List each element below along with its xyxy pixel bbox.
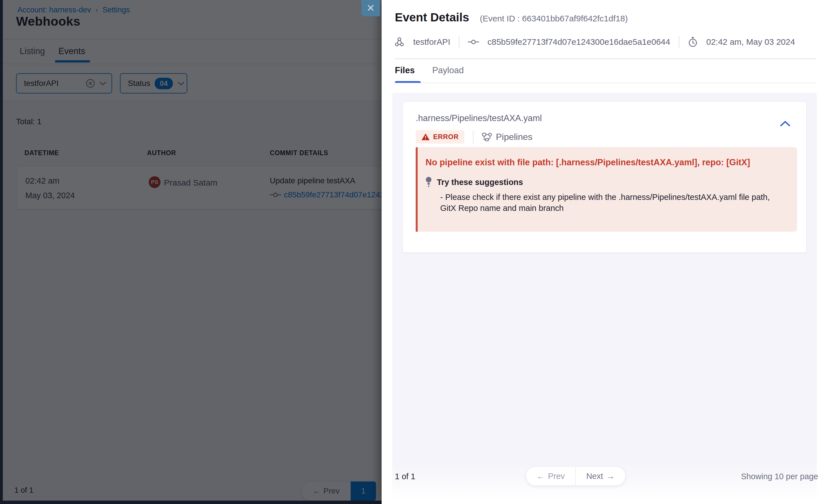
collapse-card-button[interactable] <box>779 119 792 128</box>
event-timestamp: 02:42 am, May 03 2024 <box>706 37 795 47</box>
warning-triangle-icon <box>421 133 430 141</box>
drawer-pagination: ← Prev Next → <box>526 467 625 486</box>
meta-separator <box>679 36 679 48</box>
drawer-tabs-border <box>395 83 816 83</box>
badge-separator <box>473 130 473 143</box>
drawer-page-count: 1 of 1 <box>395 472 415 481</box>
webhook-icon <box>394 37 405 47</box>
drawer-prev-label: Prev <box>548 472 565 481</box>
tab-files[interactable]: Files <box>395 65 415 76</box>
clock-icon <box>688 37 698 47</box>
files-tab-panel: .harness/Pipelines/testAXA.yaml ERROR <box>392 93 817 504</box>
event-commit-hash: c85b59fe27713f74d07e124300e16dae5a1e0644 <box>488 37 670 47</box>
event-details-drawer: Event Details (Event ID : 663401bb67af9f… <box>382 0 828 504</box>
error-status-badge: ERROR <box>416 130 464 143</box>
webhook-name: testforAPI <box>413 37 450 47</box>
arrow-left-icon: ← <box>537 472 545 481</box>
file-path-label: .harness/Pipelines/testAXA.yaml <box>416 113 542 123</box>
arrow-right-icon: → <box>606 472 615 481</box>
entity-type-label: Pipelines <box>496 132 533 142</box>
drawer-header: Event Details (Event ID : 663401bb67af9f… <box>395 11 628 24</box>
drawer-tabs: Files Payload <box>395 65 464 76</box>
error-status-label: ERROR <box>433 133 459 141</box>
suggestion-text: - Please check if there exist any pipeli… <box>440 192 775 214</box>
event-meta-row: testforAPI c85b59fe27713f74d07e124300e16… <box>394 36 795 48</box>
modal-dim-overlay[interactable] <box>0 0 382 504</box>
webhooks-events-screen: Account: harness-dev › Settings Webhooks… <box>0 0 828 504</box>
error-message-title: No pipeline exist with file path: [.harn… <box>425 157 780 168</box>
drawer-prev-button[interactable]: ← Prev <box>526 467 576 486</box>
tab-payload[interactable]: Payload <box>432 65 464 76</box>
drawer-header-divider <box>395 58 816 59</box>
suggestions-title: Try these suggestions <box>437 178 523 187</box>
file-result-card: .harness/Pipelines/testAXA.yaml ERROR <box>403 102 806 253</box>
drawer-next-button[interactable]: Next → <box>576 467 625 486</box>
drawer-title: Event Details <box>395 11 469 24</box>
close-drawer-button[interactable]: ✕ <box>361 0 380 16</box>
entity-type: Pipelines <box>482 132 533 142</box>
commit-icon <box>468 39 479 44</box>
pipelines-icon <box>482 132 492 142</box>
event-id-label: (Event ID : 663401bb67af9f642fc1df18) <box>480 14 628 24</box>
suggestions-header: Try these suggestions <box>425 176 523 188</box>
per-page-label: Showing 10 per page <box>741 472 818 481</box>
error-message-box: No pipeline exist with file path: [.harn… <box>416 147 797 232</box>
drawer-next-label: Next <box>586 472 603 481</box>
meta-separator <box>459 36 459 48</box>
bulb-icon <box>425 176 432 188</box>
file-status-row: ERROR Pipelines <box>416 130 533 143</box>
